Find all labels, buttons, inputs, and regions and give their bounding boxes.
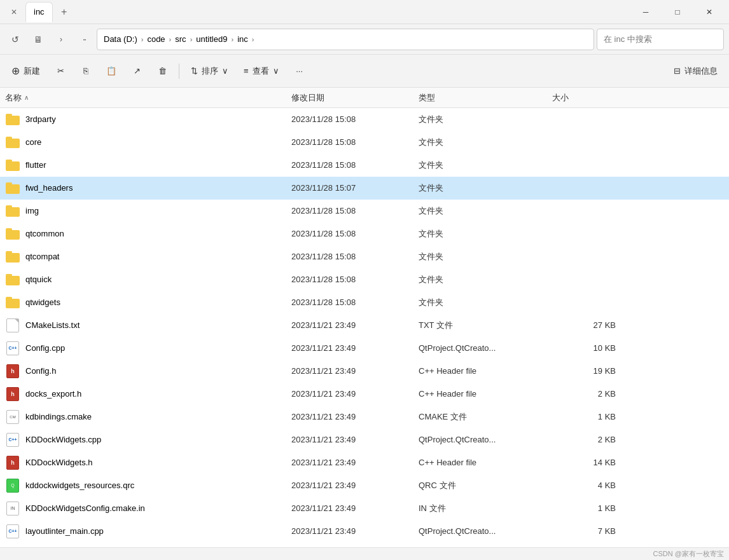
- view-button[interactable]: ≡ 查看 ∨: [237, 60, 286, 83]
- breadcrumb-src[interactable]: src: [174, 34, 187, 44]
- breadcrumb-code[interactable]: code: [146, 34, 166, 44]
- paste-button[interactable]: 📋: [100, 60, 123, 83]
- file-type: CMAKE 文件: [419, 411, 552, 423]
- table-row[interactable]: C++ Config.cpp 2023/11/21 23:49 QtProjec…: [0, 337, 729, 360]
- file-type: QtProject.QtCreato...: [419, 343, 552, 353]
- file-name: kdbindings.cmake: [25, 412, 291, 421]
- file-icon-container: [5, 112, 20, 127]
- file-name: qtcommon: [25, 229, 291, 238]
- file-type: 文件夹: [419, 205, 552, 217]
- detail-icon: ⊟: [674, 66, 681, 76]
- file-name: flutter: [25, 160, 291, 170]
- refresh-button[interactable]: ↺: [5, 29, 25, 50]
- new-button[interactable]: ⊕ 新建: [5, 60, 46, 83]
- new-tab-button[interactable]: +: [55, 3, 73, 21]
- address-bar: ↺ 🖥 › ··· Data (D:) › code › src › untit…: [0, 24, 729, 55]
- file-date: 2023/11/28 15:08: [291, 206, 419, 215]
- cut-button[interactable]: ✂: [49, 60, 72, 83]
- view-chevron-icon: ∨: [273, 66, 279, 76]
- table-row[interactable]: img 2023/11/28 15:08 文件夹: [0, 200, 729, 222]
- breadcrumb-inc[interactable]: inc: [236, 34, 249, 44]
- table-row[interactable]: h KDDockWidgets.h 2023/11/21 23:49 C++ H…: [0, 451, 729, 474]
- table-row[interactable]: h Config.h 2023/11/21 23:49 C++ Header f…: [0, 360, 729, 383]
- file-name: qtwidgets: [25, 297, 291, 307]
- table-row[interactable]: flutter 2023/11/28 15:08 文件夹: [0, 154, 729, 177]
- file-date: 2023/11/21 23:49: [291, 503, 419, 513]
- table-row[interactable]: core 2023/11/28 15:08 文件夹: [0, 131, 729, 154]
- table-row[interactable]: h docks_export.h 2023/11/21 23:49 C++ He…: [0, 383, 729, 406]
- cpp-file-icon: C++: [6, 341, 19, 355]
- file-date: 2023/11/21 23:49: [291, 412, 419, 421]
- header-file-icon: h: [6, 387, 19, 401]
- cpp-file-icon: C++: [6, 433, 19, 447]
- table-row[interactable]: IN KDDockWidgetsConfig.cmake.in 2023/11/…: [0, 497, 729, 520]
- view-icon: ≡: [244, 66, 249, 76]
- maximize-button[interactable]: □: [663, 3, 692, 22]
- column-size-header[interactable]: 大小: [552, 92, 616, 104]
- breadcrumb-expand-button[interactable]: ›: [51, 29, 71, 50]
- file-name: 3rdparty: [25, 114, 291, 124]
- share-button[interactable]: ↗: [125, 60, 148, 83]
- more-button[interactable]: ···: [288, 60, 311, 83]
- table-row[interactable]: C++ KDDockWidgets.cpp 2023/11/21 23:49 Q…: [0, 428, 729, 451]
- file-name: img: [25, 206, 291, 215]
- toolbar-separator: [179, 64, 179, 79]
- file-icon-container: C++: [5, 341, 20, 356]
- file-type: C++ Header file: [419, 389, 552, 399]
- file-type: 文件夹: [419, 137, 552, 148]
- column-name-header[interactable]: 名称 ∧: [5, 92, 291, 104]
- file-date: 2023/11/28 15:08: [291, 114, 419, 124]
- file-date: 2023/11/28 15:08: [291, 275, 419, 284]
- table-row[interactable]: qtcompat 2023/11/28 15:08 文件夹: [0, 245, 729, 268]
- column-date-header[interactable]: 修改日期: [291, 92, 419, 104]
- status-bar: CSDN @家有一枚寄宝: [0, 547, 729, 560]
- file-type: QtProject.QtCreato...: [419, 526, 552, 536]
- detail-info-button[interactable]: ⊟ 详细信息: [667, 63, 724, 79]
- table-row[interactable]: Q kddockwidgets_resources.qrc 2023/11/21…: [0, 474, 729, 497]
- computer-icon[interactable]: 🖥: [28, 29, 48, 50]
- table-row[interactable]: qtcommon 2023/11/28 15:08 文件夹: [0, 222, 729, 245]
- file-date: 2023/11/21 23:49: [291, 320, 419, 330]
- table-row[interactable]: qtwidgets 2023/11/28 15:08 文件夹: [0, 291, 729, 314]
- file-icon-container: [5, 203, 20, 219]
- copy-button[interactable]: ⎘: [74, 60, 97, 83]
- file-size: 7 KB: [552, 526, 616, 536]
- delete-button[interactable]: 🗑: [151, 60, 174, 83]
- txt-file-icon: [6, 318, 19, 332]
- more-breadcrumbs-button[interactable]: ···: [74, 29, 94, 50]
- breadcrumb-sep-5: ›: [252, 36, 254, 43]
- tab-bar: ✕ inc + ─ □ ✕: [0, 0, 729, 24]
- file-type: 文件夹: [419, 114, 552, 125]
- file-size: 2 KB: [552, 389, 616, 399]
- file-icon-container: [5, 181, 20, 196]
- more-icon: ···: [296, 66, 303, 76]
- file-icon-container: h: [5, 386, 20, 402]
- file-date: 2023/11/21 23:49: [291, 458, 419, 467]
- column-type-header[interactable]: 类型: [419, 92, 552, 104]
- table-row[interactable]: CMakeLists.txt 2023/11/21 23:49 TXT 文件 2…: [0, 314, 729, 337]
- table-row[interactable]: C++ layoutlinter_main.cpp 2023/11/21 23:…: [0, 520, 729, 543]
- table-row[interactable]: 3rdparty 2023/11/28 15:08 文件夹: [0, 108, 729, 131]
- file-type: C++ Header file: [419, 366, 552, 376]
- folder-icon: [6, 160, 20, 171]
- breadcrumb: Data (D:) › code › src › untitled9 › inc…: [97, 29, 594, 50]
- table-row[interactable]: fwd_headers 2023/11/28 15:07 文件夹: [0, 177, 729, 200]
- table-row[interactable]: CM kdbindings.cmake 2023/11/21 23:49 CMA…: [0, 406, 729, 428]
- folder-icon: [6, 205, 20, 217]
- tab-active[interactable]: inc: [25, 2, 53, 22]
- sort-button[interactable]: ⇅ 排序 ∨: [184, 60, 235, 83]
- close-button[interactable]: ✕: [695, 3, 724, 22]
- file-type: C++ Header file: [419, 458, 552, 467]
- tab-close-button[interactable]: ✕: [5, 3, 23, 21]
- file-date: 2023/11/21 23:49: [291, 481, 419, 490]
- file-list-header: 名称 ∧ 修改日期 类型 大小: [0, 88, 729, 108]
- file-icon-container: C++: [5, 432, 20, 447]
- sort-arrow-icon: ∧: [24, 94, 29, 101]
- minimize-button[interactable]: ─: [631, 3, 660, 22]
- breadcrumb-untitled9[interactable]: untitled9: [195, 34, 228, 44]
- file-date: 2023/11/28 15:07: [291, 183, 419, 193]
- file-name: CMakeLists.txt: [25, 320, 291, 330]
- table-row[interactable]: qtquick 2023/11/28 15:08 文件夹: [0, 268, 729, 291]
- search-input[interactable]: [597, 29, 724, 50]
- breadcrumb-data-d[interactable]: Data (D:): [102, 34, 139, 44]
